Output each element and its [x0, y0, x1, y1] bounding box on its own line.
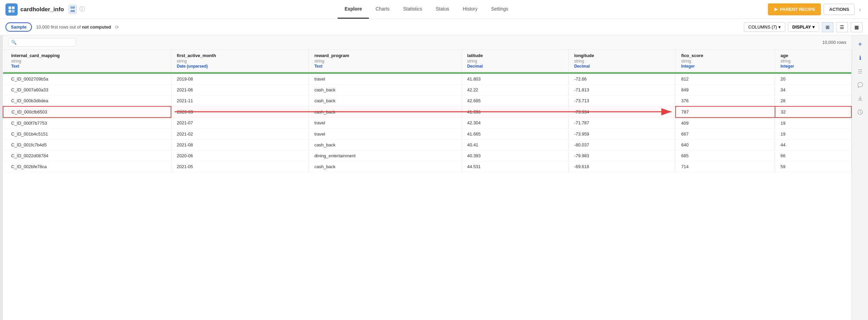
header-right: ➤ PARENT RECIPE ACTIONS ‹ [768, 3, 863, 15]
nav-explore[interactable]: Explore [338, 0, 369, 19]
columns-button[interactable]: COLUMNS (7) ▾ [744, 22, 785, 32]
table-wrapper: internal_card_mapping string Text first_… [3, 50, 852, 172]
info-sidebar-icon[interactable]: ℹ [854, 52, 866, 64]
table-cell: 20 [775, 74, 851, 85]
nav-statistics[interactable]: Statistics [396, 0, 429, 19]
sample-description: 10,000 first rows out of not computed [36, 24, 111, 30]
data-table: internal_card_mapping string Text first_… [3, 50, 852, 172]
comment-sidebar-icon[interactable] [854, 79, 866, 91]
nav-settings[interactable]: Settings [484, 0, 515, 19]
clock-sidebar-icon[interactable] [854, 106, 866, 118]
table-cell: C_ID_000b3dbdea [3, 95, 171, 106]
back-button[interactable]: ‹ [857, 4, 863, 15]
table-cell: 28 [775, 95, 851, 106]
search-icon: 🔍 [11, 40, 17, 45]
search-input-wrap[interactable]: 🔍 [8, 38, 76, 47]
chevron-down-icon: ▾ [778, 24, 781, 30]
table-cell: 667 [676, 128, 775, 139]
gdpr-badge: GD PR [69, 5, 77, 14]
table-cell: 849 [676, 84, 775, 95]
table-row: C_ID_001fc7b4d52021-08cash_back40.41-80.… [3, 139, 851, 150]
search-input[interactable] [19, 40, 73, 45]
table-cell: -72.66 [569, 74, 676, 85]
chart-view-button[interactable]: ▦ [851, 22, 863, 32]
table-cell: 376 [676, 95, 775, 106]
table-cell: 2020-09 [171, 106, 308, 118]
list-sidebar-icon[interactable]: ☰ [854, 65, 866, 77]
sample-button[interactable]: Sample [5, 22, 32, 32]
table-cell: 2021-02 [171, 128, 308, 139]
refresh-icon[interactable]: ⟳ [115, 24, 119, 30]
col-header-first-active-month: first_active_month string Date (unparsed… [171, 50, 308, 72]
table-cell: 2021-06 [171, 84, 308, 95]
table-cell: travel [309, 118, 461, 129]
dataset-title: cardholder_info [20, 6, 64, 13]
table-row: C_ID_000cfb65032020-09cash_back41.696-73… [3, 106, 851, 118]
svg-rect-1 [12, 6, 15, 9]
table-cell: -71.813 [569, 84, 676, 95]
table-cell: 41.803 [461, 74, 568, 85]
table-cell: -69.618 [569, 161, 676, 172]
table-cell: 32 [775, 106, 851, 118]
left-border [0, 35, 3, 320]
table-cell: C_ID_000f7b7753 [3, 118, 171, 129]
table-cell: 685 [676, 150, 775, 161]
col-header-age: age string Integer [775, 50, 851, 72]
table-cell: C_ID_002bfe78ca [3, 161, 171, 172]
table-cell: 42.685 [461, 95, 568, 106]
nav-status[interactable]: Status [429, 0, 456, 19]
parent-recipe-button[interactable]: ➤ PARENT RECIPE [768, 3, 821, 15]
table-cell: -80.037 [569, 139, 676, 150]
display-button[interactable]: DISPLAY ▾ [788, 22, 819, 32]
app-icon [5, 3, 18, 16]
row-count: 10,000 rows [822, 40, 846, 45]
table-cell: 787 [676, 106, 775, 118]
table-cell: 19 [775, 128, 851, 139]
table-row: C_ID_002bfe78ca2021-05cash_back44.531-69… [3, 161, 851, 172]
nav-charts[interactable]: Charts [369, 0, 396, 19]
table-cell: 2021-05 [171, 161, 308, 172]
table-cell: -79.983 [569, 150, 676, 161]
col-header-fico-score: fico_score string Integer [676, 50, 775, 72]
table-cell: dining_entertainment [309, 150, 461, 161]
table-cell: 812 [676, 74, 775, 85]
table-cell: 2019-08 [171, 74, 308, 85]
info-circle-icon[interactable]: ⓘ [79, 6, 85, 13]
download-sidebar-icon[interactable] [854, 92, 866, 105]
grid-view-button[interactable]: ⊞ [822, 22, 833, 32]
nav-history[interactable]: History [456, 0, 485, 19]
list-view-button[interactable]: ☰ [836, 22, 848, 32]
table-cell: 40.41 [461, 139, 568, 150]
arrow-right-icon: ➤ [773, 6, 778, 13]
table-cell: -73.934 [569, 106, 676, 118]
table-cell: C_ID_0007a60a33 [3, 84, 171, 95]
add-icon[interactable]: + [854, 38, 866, 50]
table-cell: 42.304 [461, 118, 568, 129]
table-cell: 19 [775, 118, 851, 129]
table-cell: 34 [775, 84, 851, 95]
col-header-reward-program: reward_program string Text [309, 50, 461, 72]
table-cell: C_ID_001b4c5151 [3, 128, 171, 139]
table-cell: 41.665 [461, 128, 568, 139]
table-cell: 44.531 [461, 161, 568, 172]
col-header-latitude: latitude string Decimal [461, 50, 568, 72]
table-cell: 41.696 [461, 106, 568, 118]
table-cell: cash_back [309, 95, 461, 106]
table-cell: C_ID_000cfb6503 [3, 106, 171, 118]
toolbar: Sample 10,000 first rows out of not comp… [0, 19, 868, 35]
col-header-longitude: longitude string Decimal [569, 50, 676, 72]
table-cell: 409 [676, 118, 775, 129]
actions-button[interactable]: ACTIONS [824, 4, 855, 15]
main-content: 🔍 10,000 rows internal_card_mapping stri… [0, 35, 868, 320]
svg-rect-2 [8, 10, 11, 13]
table-row: C_ID_000b3dbdea2021-11cash_back42.685-73… [3, 95, 851, 106]
toolbar-right: COLUMNS (7) ▾ DISPLAY ▾ ⊞ ☰ ▦ [744, 22, 863, 32]
table-cell: 42.22 [461, 84, 568, 95]
table-cell: C_ID_0022d08784 [3, 150, 171, 161]
chevron-down-icon-2: ▾ [812, 24, 815, 30]
right-sidebar: + ℹ ☰ [852, 35, 868, 320]
table-cell: 40.393 [461, 150, 568, 161]
table-cell: -73.959 [569, 128, 676, 139]
table-container: 🔍 10,000 rows internal_card_mapping stri… [3, 35, 852, 320]
table-cell: cash_back [309, 84, 461, 95]
